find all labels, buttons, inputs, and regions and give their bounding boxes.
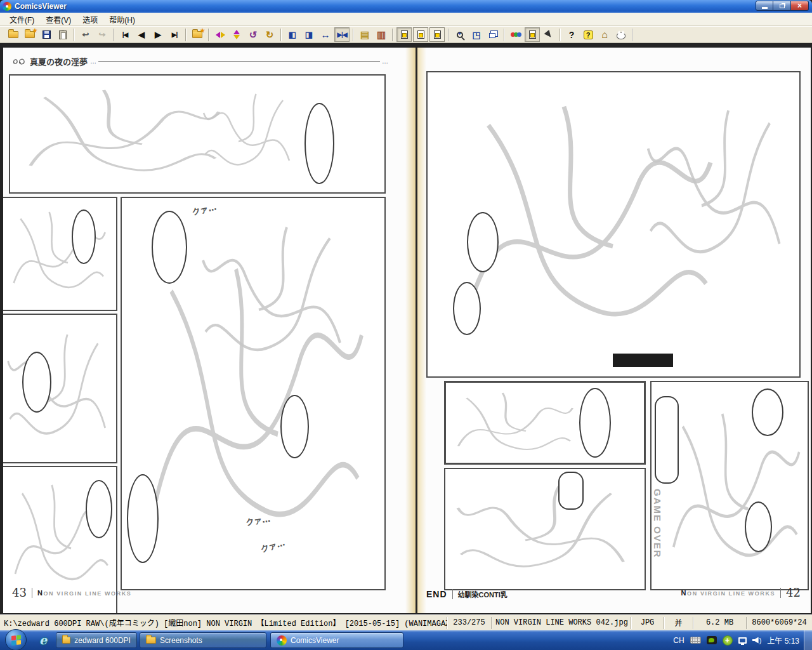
speech-bubble: [72, 209, 96, 264]
page-footer-end: END 幼馴染CONTI乳: [426, 589, 508, 599]
next-page-button[interactable]: ▶: [150, 27, 166, 42]
cascade-windows-button[interactable]: [485, 27, 501, 42]
two-page-spread-button[interactable]: ▶|◀: [334, 27, 350, 42]
help-button[interactable]: ?: [580, 27, 596, 42]
about-button[interactable]: ?: [564, 27, 579, 42]
speech-bubble: [467, 212, 499, 272]
folder-icon: [146, 637, 156, 644]
toolbar-separator: [392, 29, 393, 41]
cat-button[interactable]: [613, 27, 629, 42]
taskbar: e zedward 600DPI R... Screenshots Comics…: [0, 630, 812, 650]
open-button[interactable]: [6, 27, 21, 42]
open-new-icon: ★: [25, 31, 35, 38]
rotate-left-button[interactable]: ↺: [246, 27, 261, 42]
speech-bubble: [745, 501, 772, 552]
open-icon: [8, 31, 18, 38]
speech-bubble: [579, 388, 611, 458]
resize-window-button[interactable]: ◳: [469, 27, 484, 42]
pointer-tool-button[interactable]: [541, 27, 556, 42]
page-number: 43: [12, 586, 27, 599]
paste-icon: [59, 30, 67, 39]
series-title: NON VIRGIN LINE WORKS: [37, 589, 132, 597]
last-page-icon: ▶|: [172, 31, 178, 38]
show-desktop-button[interactable]: [804, 630, 812, 650]
system-tray: CH + ) 上午 5:13: [673, 630, 799, 650]
comic-panel: GAME OVER: [650, 381, 809, 590]
volume-tray-icon[interactable]: ): [752, 637, 762, 644]
flip-horizontal-button[interactable]: [213, 27, 228, 42]
expand-left-button[interactable]: ◧: [285, 27, 300, 42]
book-open-button[interactable]: ▤: [357, 27, 372, 42]
cascade-windows-icon: [489, 33, 495, 38]
paste-button[interactable]: [55, 27, 70, 42]
speech-bubble: [152, 211, 187, 284]
toolbar-separator: [448, 29, 449, 41]
gpu-tray-icon[interactable]: [707, 636, 717, 644]
next-page-icon: ▶: [155, 30, 161, 39]
menu-view[interactable]: 查看(V): [40, 13, 77, 26]
footer-divider: [32, 588, 32, 598]
restore-button[interactable]: [773, 1, 791, 11]
sketch-lines: [452, 475, 636, 583]
minimize-icon: [762, 7, 768, 9]
menu-help[interactable]: 帮助(H): [103, 13, 141, 26]
menu-options[interactable]: 选项: [77, 13, 103, 26]
speech-bubble: [304, 103, 334, 184]
speech-bubble: [127, 474, 159, 563]
flip-vertical-button[interactable]: [229, 27, 244, 42]
undo-button[interactable]: ↩: [78, 27, 93, 42]
minimize-button[interactable]: [756, 1, 773, 11]
color-adjust-button[interactable]: [508, 27, 523, 42]
bookmark-folder-button[interactable]: ★: [190, 27, 205, 42]
close-button[interactable]: ×: [791, 1, 809, 11]
book-mark-button[interactable]: ▥: [374, 27, 389, 42]
antivirus-tray-icon[interactable]: +: [723, 635, 733, 646]
end-label: END: [426, 589, 447, 599]
close-icon: ×: [797, 1, 802, 10]
toolbar-separator: [74, 29, 75, 41]
ime-indicator[interactable]: CH: [673, 636, 684, 645]
taskbar-button-comicsviewer[interactable]: ComicsViewer: [270, 632, 403, 648]
network-tray-icon[interactable]: [738, 637, 747, 644]
redo-button[interactable]: ↪: [95, 27, 110, 42]
view-fit-height-button[interactable]: ↕: [429, 27, 445, 42]
end-title: 幼馴染CONTI乳: [458, 589, 508, 599]
rotate-right-button[interactable]: ↻: [262, 27, 277, 42]
bookmark-folder-icon: ★: [192, 31, 202, 38]
sketch-lines: [16, 79, 226, 187]
taskbar-clock[interactable]: 上午 5:13: [767, 635, 799, 646]
page-display-button[interactable]: [525, 27, 540, 42]
menu-file[interactable]: 文件(F): [4, 13, 40, 26]
status-archive-path: K:\zedward 600DPI RAW\(成年コミック) [織田non] N…: [0, 617, 447, 629]
series-title: NON VIRGIN LINE WORKS: [681, 589, 776, 597]
view-fit-width-button[interactable]: ↔: [413, 27, 428, 42]
keyboard-tray-icon[interactable]: [690, 637, 701, 644]
header-dots: …: [90, 58, 96, 65]
resize-window-icon: ◳: [472, 30, 480, 40]
open-new-button[interactable]: ★: [22, 27, 37, 42]
status-filesize: 6.2 MB: [693, 617, 746, 629]
home-button[interactable]: ⌂: [597, 27, 612, 42]
taskbar-button-screenshots[interactable]: Screenshots: [140, 632, 266, 648]
fit-width-button[interactable]: ↔: [318, 27, 333, 42]
about-icon: ?: [569, 30, 575, 40]
flip-vertical-icon: [233, 30, 240, 39]
internet-explorer-icon[interactable]: e: [36, 632, 51, 647]
first-page-button[interactable]: |◀: [117, 27, 133, 42]
redo-icon: ↪: [99, 30, 106, 39]
last-page-button[interactable]: ▶|: [167, 27, 182, 42]
toolbar-separator: [280, 29, 282, 41]
prev-page-button[interactable]: ◀: [134, 27, 149, 42]
sketch-lines: [200, 84, 296, 180]
start-button[interactable]: [5, 629, 27, 650]
zoom-in-button[interactable]: [452, 27, 468, 42]
expand-right-button[interactable]: ◨: [301, 27, 317, 42]
save-button[interactable]: [39, 27, 54, 42]
restore-icon: [780, 4, 785, 8]
comic-page-left[interactable]: 真夏の夜の淫夢 … … クァ… クァ: [3, 48, 416, 613]
view-original-button[interactable]: [396, 27, 412, 42]
comic-panel: [426, 71, 801, 378]
comic-panel: [444, 468, 646, 590]
taskbar-button-zedward[interactable]: zedward 600DPI R...: [56, 632, 137, 648]
comic-page-right[interactable]: GAME OVER END 幼馴染CONTI乳 NON VIRGIN LINE …: [417, 48, 811, 613]
